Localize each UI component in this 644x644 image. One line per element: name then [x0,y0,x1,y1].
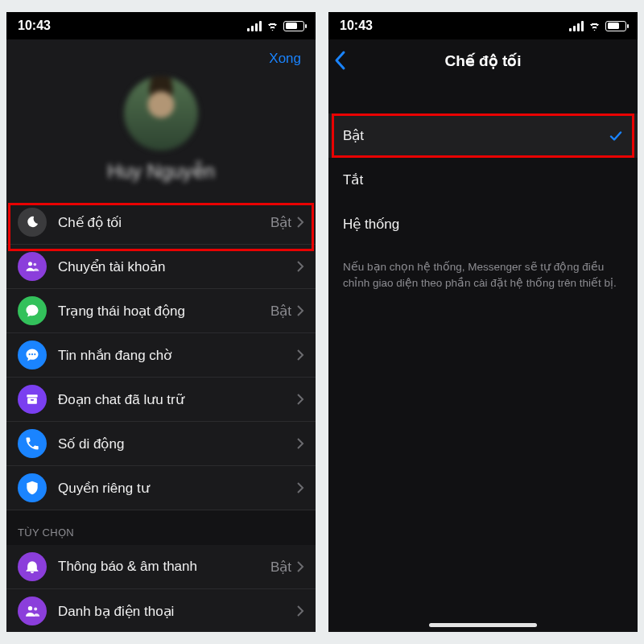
row-active-status[interactable]: Trạng thái hoạt động Bật [6,289,316,333]
active-status-icon [18,296,47,325]
chevron-right-icon [296,216,304,229]
option-system[interactable]: Hệ thống [328,202,638,246]
row-privacy[interactable]: Quyền riêng tư [6,466,316,510]
row-switch-account[interactable]: Chuyển tài khoản [6,245,316,289]
helper-text: Nếu bạn chọn hệ thống, Messenger sẽ tự đ… [328,246,638,291]
svg-point-3 [31,353,33,355]
svg-rect-6 [27,398,37,404]
settings-list: Chế độ tối Bật Chuyển tài khoản Trạng th [6,200,316,632]
wifi-icon [588,21,601,31]
status-time: 10:43 [340,19,373,33]
svg-point-1 [34,263,37,266]
row-phone-contacts[interactable]: Danh bạ điện thoại [6,589,316,632]
row-label: Thông báo & âm thanh [58,559,270,575]
row-notifications[interactable]: Thông báo & âm thanh Bật [6,545,316,589]
back-button[interactable] [333,39,348,81]
svg-point-2 [29,353,31,355]
status-bar: 10:43 [6,12,316,39]
header-actions: Xong [6,39,316,72]
row-dark-mode[interactable]: Chế độ tối Bật [6,200,316,245]
phone-icon [18,429,47,458]
avatar [124,76,198,151]
settings-screen: Xong Huy Nguyễn Chế độ tối Bật [6,39,316,632]
phone-dark-mode: 10:43 Chế độ tối Bật [328,12,638,632]
chevron-right-icon [296,560,304,573]
option-on[interactable]: Bật [328,114,638,158]
profile-name: Huy Nguyễn [107,160,215,183]
cellular-icon [569,21,584,31]
chevron-right-icon [296,605,304,617]
home-indicator[interactable] [429,623,537,627]
chevron-right-icon [296,481,304,494]
row-value: Bật [270,303,291,320]
chevron-right-icon [296,304,304,317]
bell-icon [18,552,47,581]
contacts-icon [18,597,47,625]
checkmark-icon [609,129,623,143]
battery-icon [283,21,304,31]
row-value: Bật [270,214,291,231]
row-label: Quyền riêng tư [58,480,296,497]
done-button[interactable]: Xong [269,51,301,67]
row-value: Bật [270,559,291,576]
dark-mode-options: Bật Tắt Hệ thống [328,114,638,246]
row-label: Chuyển tài khoản [58,258,296,275]
svg-rect-5 [27,394,37,397]
profile-header[interactable]: Huy Nguyễn [6,72,316,200]
option-label: Tắt [343,171,363,188]
switch-account-icon [18,252,47,281]
section-options: TÙY CHỌN [6,510,316,545]
phone-settings: 10:43 Xong Huy Nguyễn [6,12,316,632]
moon-icon [18,208,47,237]
svg-rect-7 [31,399,34,401]
shield-icon [18,473,47,502]
chevron-right-icon [296,437,304,450]
cellular-icon [247,21,262,31]
chevron-right-icon [296,393,304,406]
row-label: Tin nhắn đang chờ [58,347,296,364]
chevron-right-icon [296,260,304,273]
option-off[interactable]: Tắt [328,158,638,202]
row-archived-chats[interactable]: Đoạn chat đã lưu trữ [6,378,316,422]
row-label: Chế độ tối [58,214,270,231]
option-label: Hệ thống [343,216,399,233]
row-label: Danh bạ điện thoại [58,603,296,620]
dark-mode-screen: Chế độ tối Bật Tắt Hệ thống Nếu bạn chọn… [328,39,638,632]
svg-point-8 [28,606,32,610]
battery-icon [605,21,626,31]
row-mobile-number[interactable]: Số di động [6,422,316,466]
status-time: 10:43 [18,19,51,33]
option-label: Bật [343,127,364,144]
row-label: Số di động [58,436,296,452]
page-title: Chế độ tối [444,52,521,70]
archive-icon [18,385,47,414]
row-label: Đoạn chat đã lưu trữ [58,391,296,408]
row-label: Trạng thái hoạt động [58,303,270,320]
stage: 10:43 Xong Huy Nguyễn [0,0,644,644]
message-requests-icon [18,341,47,369]
svg-point-0 [28,262,32,266]
svg-point-9 [34,608,37,611]
status-bar: 10:43 [328,12,638,39]
row-message-requests[interactable]: Tin nhắn đang chờ [6,333,316,378]
svg-point-4 [34,353,35,355]
wifi-icon [266,21,279,31]
nav-bar: Chế độ tối [328,39,638,81]
status-indicators [247,21,304,31]
status-indicators [569,21,626,31]
chevron-right-icon [296,349,304,361]
